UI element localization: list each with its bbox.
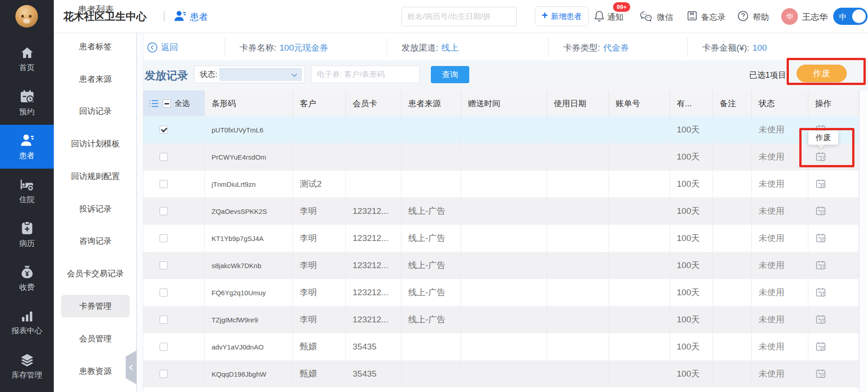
row-checkbox[interactable] [160,153,168,161]
table-row: pUT0fxUVyTmL6100天未使用 [143,116,859,143]
user-name[interactable]: 王志华 [802,11,828,23]
submenu-collapse-gutter [137,33,143,392]
cell-action [808,306,859,333]
row-checkbox[interactable] [160,180,168,188]
submenu-item[interactable]: 回访记录 [61,100,130,123]
submenu-item[interactable]: 患者来源 [61,68,130,90]
table-row: s8jakcWk7DKnb李明123212...线上-广告100天未使用 [143,252,859,279]
list-icon[interactable] [149,99,159,108]
cell-validity: 100天 [670,143,713,170]
user-avatar[interactable]: 华 [781,8,798,25]
patient-search-input[interactable] [401,7,517,26]
back-button[interactable]: 返回 [147,42,178,53]
cell-remark [713,143,752,170]
submenu-item[interactable]: 会员管理 [61,327,130,350]
cell-barcode: KQqqD198JbghW [205,360,293,387]
sidebar-item-home[interactable]: 首页 [0,37,54,81]
row-checkbox[interactable] [160,316,168,324]
cell-status: 未使用 [752,225,808,252]
sidebar-item-billing[interactable]: 收费 [0,256,54,300]
void-action-icon[interactable] [815,232,827,244]
query-button[interactable]: 查询 [431,66,469,83]
void-action-icon[interactable] [815,260,827,271]
select-all-checkbox[interactable] [163,99,171,108]
column-header: 使用日期 [547,90,609,116]
clinic-avatar[interactable] [15,5,38,28]
row-checkbox[interactable] [160,234,168,242]
money-bag-icon [19,264,35,280]
cell-use-date [547,360,609,387]
coupon-field: 发放渠道:线上 [401,42,458,54]
cell-patient-source: 线上-广告 [401,279,461,306]
column-header: 状态 [752,90,808,116]
select-all-header-cell: 全选 [143,90,205,116]
cell-barcode: jTnmDiuLrt9zn [205,170,293,198]
cell-barcode: pUT0fxUVyTmL6 [205,116,293,143]
void-action-icon[interactable] [815,205,827,217]
row-checkbox[interactable] [160,126,168,134]
sidebar-item-reports[interactable]: 报表中心 [0,300,54,344]
column-header: 操作 [808,90,859,116]
language-toggle[interactable]: 中 [833,8,868,25]
cell-use-date [547,333,609,360]
medical-record-icon [19,221,35,236]
void-action-icon[interactable] [815,314,827,326]
cell-remark [713,198,752,225]
sidebar-item-patient[interactable]: 患者 [0,125,54,169]
submenu-item[interactable]: 回访计划模板 [61,132,130,155]
submenu-item[interactable]: 卡券管理 [61,295,130,317]
row-checkbox[interactable] [160,370,168,378]
void-action-icon[interactable] [815,178,827,190]
table-row: ZQaOevsSPKK2S李明123212...线上-广告100天未使用 [143,198,859,225]
bell-icon[interactable] [593,10,605,22]
help-icon[interactable] [737,10,749,22]
notification-badge: 99+ [613,2,630,12]
submenu-item[interactable]: 会员卡交易记录 [61,262,130,285]
sidebar-item-inpatient[interactable]: 住院 [0,169,54,213]
sidebar-item-appointment[interactable]: 预约 [0,81,54,125]
add-patient-button[interactable]: +新增患者 [535,6,589,26]
void-action-icon[interactable] [815,368,827,380]
submenu-item[interactable]: 投诉记录 [61,198,130,220]
help-label[interactable]: 帮助 [753,12,769,23]
cell-gift-time [461,198,547,225]
void-action-icon[interactable] [815,341,827,353]
layers-icon [19,352,35,368]
coupon-field-value: 线上 [441,43,458,52]
cell-customer: 李明 [293,198,346,225]
cell-use-date [547,116,609,143]
table-scrollbar-gutter[interactable] [859,90,867,392]
row-checkbox[interactable] [160,261,168,269]
status-select-label: 状态: [194,69,217,80]
sidebar-item-medical-record[interactable]: 病历 [0,213,54,256]
memo-icon[interactable] [686,10,698,22]
table-row: PrCWYuE4rsdOm100天未使用 [143,143,859,170]
evoucher-input[interactable] [311,66,420,83]
select-all-label[interactable]: 全选 [175,98,190,109]
row-checkbox[interactable] [160,343,168,351]
toolbar-divider [387,38,387,57]
notifications-label[interactable]: 通知 [607,12,623,23]
status-select[interactable]: 状态: [194,66,305,83]
submenu-item[interactable]: 咨询记录 [61,230,130,252]
cell-remark [713,116,752,143]
row-checkbox[interactable] [160,207,168,215]
cell-barcode: advY1aVJ0dnAO [205,333,293,360]
cell-validity: 100天 [670,333,713,360]
submenu-item[interactable]: 回访规则配置 [61,165,130,188]
submenu-item[interactable]: 患教资源 [61,360,130,383]
submenu-item[interactable]: 患者标签 [61,35,130,58]
memo-label[interactable]: 备忘录 [701,12,726,23]
sidebar-item-inventory[interactable]: 库存管理 [0,344,54,388]
patient-submenu: 患者标签患者来源回访记录回访计划模板回访规则配置投诉记录咨询记录会员卡交易记录卡… [54,33,137,392]
annotation-rect-void-button [787,58,866,85]
annotation-rect-void-popup [799,128,854,167]
wechat-label[interactable]: 微信 [657,12,673,23]
row-checkbox[interactable] [160,288,168,297]
cell-validity: 100天 [670,360,713,387]
cell-customer: 李明 [293,252,346,279]
wechat-icon[interactable] [639,10,653,23]
back-icon [147,42,158,53]
table-row: KT1Yb9p7gSJ4A李明123212...线上-广告100天未使用 [143,225,859,252]
void-action-icon[interactable] [815,287,827,298]
